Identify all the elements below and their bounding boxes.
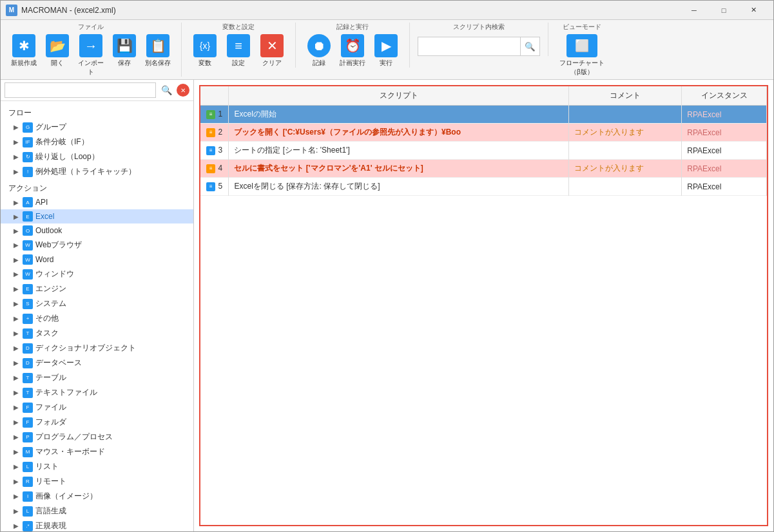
arrow-icon: ▶: [14, 199, 20, 206]
saveas-button[interactable]: 📋 別名保存: [142, 34, 173, 68]
table-row[interactable]: ≡3シートの指定 [シート名: 'Sheet1']RPAExcel: [200, 142, 767, 160]
image-icon: I: [23, 491, 33, 502]
sidebar-content: フロー ▶ G グループ ▶ IF 条件分岐（IF） ▶ ↻ 繰り返し（Loop…: [1, 101, 193, 531]
arrow-icon: ▶: [14, 345, 20, 352]
sidebar-item-textfile[interactable]: ▶ T テキストファイル: [1, 385, 193, 400]
sidebar-item-database[interactable]: ▶ D データベース: [1, 356, 193, 370]
sidebar-item-lang[interactable]: ▶ L 言語生成: [1, 504, 193, 518]
plan-run-button[interactable]: ⏰ 計画実行: [337, 34, 368, 68]
clear-button[interactable]: ✕ クリア: [256, 34, 287, 68]
sidebar-item-table[interactable]: ▶ T テーブル: [1, 370, 193, 385]
record-group: 記録と実行 ⏺ 記録 ⏰ 計画実行 ▶ 実行: [296, 23, 410, 68]
search-group: スクリプト内検索 🔍: [410, 23, 548, 56]
sidebar-item-webbrowser[interactable]: ▶ W Webブラウザ: [1, 238, 193, 252]
app-icon: M: [6, 5, 17, 16]
toolbar: ファイル ✱ 新規作成 📂 開く → インポート 💾 保存: [1, 20, 773, 80]
settings-button[interactable]: ≡ 設定: [223, 34, 254, 68]
loop-icon: ↻: [23, 152, 33, 162]
arrow-icon: ▶: [14, 315, 20, 322]
sidebar-item-regex[interactable]: ▶ .* 正規表現: [1, 518, 193, 531]
arrow-icon: ▶: [14, 330, 20, 337]
run-button[interactable]: ▶ 実行: [371, 34, 402, 68]
content-area: スクリプト コメント インスタンス ≡1Excelの開始RPAExcel≡2ブッ…: [194, 80, 773, 531]
sidebar-item-folder[interactable]: ▶ F フォルダ: [1, 415, 193, 430]
row-num-cell: ≡1: [200, 106, 229, 124]
sidebar-item-outlook[interactable]: ▶ O Outlook: [1, 223, 193, 238]
table-label: テーブル: [35, 372, 66, 383]
sidebar-item-dictionary[interactable]: ▶ D ディクショナリオブジェクト: [1, 341, 193, 356]
folder-icon: F: [23, 417, 33, 428]
th-num: [200, 86, 229, 106]
mouse-icon: M: [23, 447, 33, 457]
sidebar-item-trycatch[interactable]: ▶ ! 例外処理（トライキャッチ）: [1, 164, 193, 179]
arrow-icon: ▶: [14, 522, 20, 529]
list-label: リスト: [35, 461, 59, 472]
row-icon: ≡: [206, 182, 215, 191]
arrow-icon: ▶: [14, 374, 20, 381]
import-button[interactable]: → インポート: [75, 34, 106, 77]
arrow-icon: ▶: [14, 168, 20, 175]
save-button[interactable]: 💾 保存: [109, 34, 140, 68]
table-row[interactable]: ≡5Excelを閉じる [保存方法: 保存して閉じる]RPAExcel: [200, 178, 767, 196]
sidebar-close-button[interactable]: ✕: [177, 84, 189, 97]
arrow-icon: ▶: [14, 478, 20, 485]
flowchart-button[interactable]: ⬜ フローチャート（β版）: [556, 34, 608, 77]
sidebar-item-window[interactable]: ▶ W ウィンドウ: [1, 267, 193, 281]
variable-button[interactable]: {x} 変数: [189, 34, 220, 68]
record-button[interactable]: ⏺ 記録: [304, 34, 334, 68]
close-button[interactable]: ✕: [739, 1, 768, 20]
th-comment: コメント: [568, 86, 682, 106]
table-body: ≡1Excelの開始RPAExcel≡2ブックを開く ['C:¥Users¥（フ…: [200, 106, 767, 196]
sidebar-item-task[interactable]: ▶ T タスク: [1, 326, 193, 341]
sidebar-item-list[interactable]: ▶ L リスト: [1, 459, 193, 474]
arrow-icon: ▶: [14, 242, 20, 249]
instance-cell: RPAExcel: [682, 106, 767, 124]
flowchart-icon: ⬜: [566, 34, 597, 57]
sidebar-item-excel[interactable]: ▶ E Excel: [1, 209, 193, 223]
instance-cell: RPAExcel: [682, 178, 767, 196]
sidebar-item-mouse[interactable]: ▶ M マウス・キーボード: [1, 444, 193, 459]
sidebar-item-api[interactable]: ▶ A API: [1, 195, 193, 209]
table-row[interactable]: ≡4セルに書式をセット ['マクロマン'を'A1' セルにセット]コメントが入り…: [200, 160, 767, 178]
window-title: MACROMAN - (excel2.xml): [21, 6, 116, 15]
flowchart-label: フローチャート（β版）: [556, 59, 608, 77]
sidebar-item-loop[interactable]: ▶ ↻ 繰り返し（Loop）: [1, 149, 193, 164]
textfile-label: テキストファイル: [35, 387, 97, 398]
sidebar-item-image[interactable]: ▶ I 画像（イメージ）: [1, 489, 193, 504]
instance-cell: RPAExcel: [682, 160, 767, 178]
sidebar-item-file[interactable]: ▶ F ファイル: [1, 400, 193, 415]
sidebar-search-input[interactable]: [5, 82, 156, 98]
sidebar-item-group[interactable]: ▶ G グループ: [1, 120, 193, 135]
record-icon: ⏺: [307, 34, 331, 57]
row-num-cell: ≡3: [200, 142, 229, 160]
table-row[interactable]: ≡2ブックを開く ['C:¥Users¥（ファイルの参照先が入ります）¥Booコ…: [200, 124, 767, 142]
sidebar-item-program[interactable]: ▶ P プログラム／プロセス: [1, 430, 193, 444]
table-row[interactable]: ≡1Excelの開始RPAExcel: [200, 106, 767, 124]
row-icon: ≡: [206, 146, 215, 155]
sidebar-item-if[interactable]: ▶ IF 条件分岐（IF）: [1, 135, 193, 149]
sidebar-item-remote[interactable]: ▶ R リモート: [1, 474, 193, 489]
other-icon: +: [23, 314, 33, 324]
sidebar-item-engine[interactable]: ▶ E エンジン: [1, 281, 193, 296]
arrow-icon: ▶: [14, 300, 20, 307]
open-button[interactable]: 📂 開く: [42, 34, 73, 68]
sidebar-search-button[interactable]: 🔍: [159, 82, 174, 98]
window-label: ウィンドウ: [35, 269, 74, 280]
arrow-icon: ▶: [14, 124, 20, 131]
api-label: API: [35, 198, 48, 207]
arrow-icon: ▶: [14, 256, 20, 263]
titlebar-controls: ─ □ ✕: [679, 1, 768, 20]
word-label: Word: [35, 255, 53, 264]
new-button[interactable]: ✱ 新規作成: [8, 34, 39, 68]
maximize-button[interactable]: □: [709, 1, 739, 20]
view-group-label: ビューモード: [556, 23, 608, 32]
sidebar-item-system[interactable]: ▶ S システム: [1, 296, 193, 311]
script-search-input[interactable]: [418, 37, 521, 56]
script-search-button[interactable]: 🔍: [521, 37, 540, 56]
arrow-icon: ▶: [14, 493, 20, 500]
minimize-button[interactable]: ─: [679, 1, 709, 20]
sidebar-item-word[interactable]: ▶ W Word: [1, 252, 193, 267]
file-group: ファイル ✱ 新規作成 📂 開く → インポート 💾 保存: [6, 23, 182, 77]
sidebar-item-other[interactable]: ▶ + その他: [1, 311, 193, 326]
instance-cell: RPAExcel: [682, 142, 767, 160]
